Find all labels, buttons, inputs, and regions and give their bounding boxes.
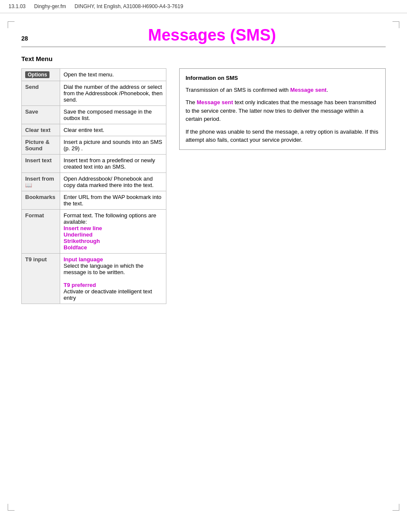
table-row: Save Save the composed message in the ou… [22, 106, 166, 124]
table-row: T9 input Input language Select the langu… [22, 254, 166, 304]
info-box-para-3: If the phone was unable to send the mess… [186, 128, 379, 144]
t9-option-inputlang: Input language [64, 256, 103, 263]
col-right: Information on SMS Transmission of an SM… [179, 68, 386, 304]
corner-mark-tr [392, 21, 399, 28]
term-cell-insertfrom: Insert from 📖 [22, 173, 60, 191]
desc-cell-insertfrom: Open Addressbook/ Phonebook and copy dat… [60, 173, 166, 191]
header-bar: 13.1.03 Dinghy-ger.fm DINGHY, Int Englis… [0, 0, 407, 13]
format-option-strikethrough: Strikethrough [64, 238, 100, 244]
desc-cell-options: Open the text menu. [60, 69, 166, 81]
desc-cell-t9: Input language Select the language in wh… [60, 254, 166, 304]
message-sent-highlight-1: Message sent [290, 87, 326, 93]
header-date: 13.1.03 [9, 3, 26, 9]
format-option-boldface: Boldface [64, 244, 87, 251]
page-title: Messages (SMS) [38, 26, 386, 44]
table-row: Bookmarks Enter URL from the WAP bookmar… [22, 191, 166, 210]
section-heading: Text Menu [21, 55, 386, 62]
header-info: 13.1.03 Dinghy-ger.fm DINGHY, Int Englis… [9, 3, 183, 9]
desc-cell-cleartext: Clear entire text. [60, 124, 166, 136]
t9-option-preferred: T9 preferred [64, 282, 96, 288]
desc-cell-inserttext: Insert text from a predefined or newly c… [60, 155, 166, 173]
corner-mark-br [392, 504, 399, 511]
header-filename: Dinghy-ger.fm [34, 3, 66, 9]
info-box: Information on SMS Transmission of an SM… [179, 68, 386, 150]
options-badge: Options [25, 71, 49, 78]
table-row: Clear text Clear entire text. [22, 124, 166, 136]
header-docinfo: DINGHY, Int English, A31008-H6900-A4-3-7… [75, 3, 183, 9]
message-sent-highlight-2: Message sent [197, 99, 233, 105]
col-left: Options Open the text menu. Send Dial th… [21, 68, 166, 304]
table-row: Send Dial the number of the address or s… [22, 81, 166, 106]
term-cell-bookmarks: Bookmarks [22, 191, 60, 210]
info-box-title: Information on SMS [186, 74, 379, 82]
table-row: Insert text Insert text from a predefine… [22, 155, 166, 173]
term-cell-cleartext: Clear text [22, 124, 60, 136]
table-row: Format Format text. The following option… [22, 210, 166, 254]
desc-cell-send: Dial the number of the address or select… [60, 81, 166, 106]
table-row: Insert from 📖 Open Addressbook/ Phoneboo… [22, 173, 166, 191]
term-cell-save: Save [22, 106, 60, 124]
term-cell-inserttext: Insert text [22, 155, 60, 173]
desc-cell-bookmarks: Enter URL from the WAP bookmark into the… [60, 191, 166, 210]
term-cell-format: Format [22, 210, 60, 254]
format-option-newline: Insert new line [64, 225, 102, 231]
term-cell-picture: Picture & Sound [22, 136, 60, 155]
term-cell-options: Options [22, 69, 60, 81]
menu-table: Options Open the text menu. Send Dial th… [21, 68, 166, 304]
desc-cell-picture: Insert a picture and sounds into an SMS … [60, 136, 166, 155]
page-number: 28 [21, 35, 38, 42]
table-row: Picture & Sound Insert a picture and sou… [22, 136, 166, 155]
desc-cell-save: Save the composed message in the outbox … [60, 106, 166, 124]
term-cell-t9: T9 input [22, 254, 60, 304]
info-box-para-1: Transmission of an SMS is confirmed with… [186, 86, 379, 94]
info-box-para-2: The Message sent text only indicates tha… [186, 98, 379, 123]
corner-mark-bl [8, 504, 15, 511]
table-row: Options Open the text menu. [22, 69, 166, 81]
term-cell-send: Send [22, 81, 60, 106]
title-row: 28 Messages (SMS) [21, 26, 386, 47]
page-content: 28 Messages (SMS) Text Menu Options Open… [0, 13, 407, 325]
two-col-layout: Options Open the text menu. Send Dial th… [21, 68, 386, 304]
desc-cell-format: Format text. The following options are a… [60, 210, 166, 254]
format-option-underlined: Underlined [64, 231, 93, 238]
corner-mark-tl [8, 21, 15, 28]
